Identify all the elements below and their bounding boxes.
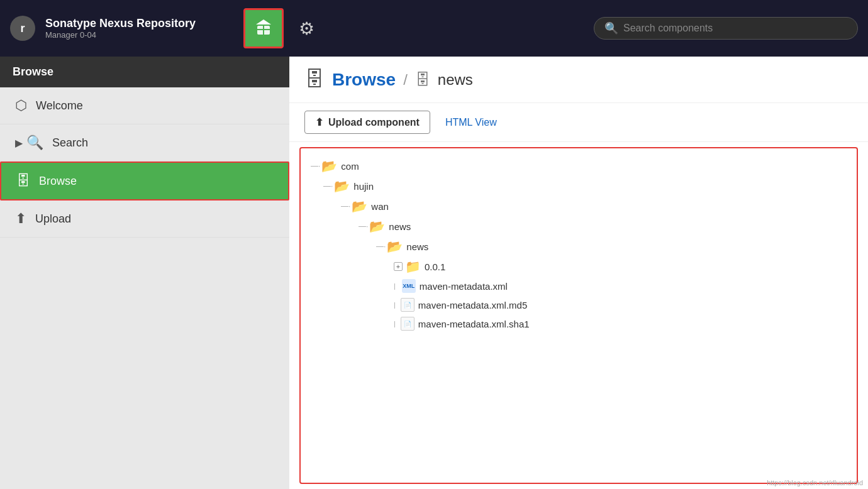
main-layout: Browse ⬡ Welcome ▶ 🔍 Search 🗄 Browse ⬆ U… bbox=[0, 57, 868, 489]
file-icon-sha1: 📄 bbox=[401, 317, 415, 331]
connector-md5: | bbox=[394, 301, 396, 309]
breadcrumb-separator: / bbox=[403, 71, 408, 89]
sidebar-item-upload[interactable]: ⬆ Upload bbox=[0, 201, 289, 238]
tree-label-maven-metadata: maven-metadata.xml bbox=[420, 281, 508, 292]
connector-news1: —· bbox=[359, 222, 368, 231]
sidebar-header: Browse bbox=[0, 57, 289, 87]
tree-node-wan[interactable]: —· 📂 wan bbox=[306, 196, 852, 216]
database-nav-icon: 🗄 bbox=[16, 173, 30, 189]
sidebar-label-browse: Browse bbox=[39, 175, 77, 188]
tree-node-news2[interactable]: —· 📂 news bbox=[306, 236, 852, 256]
breadcrumb-sub-icon: 🗄 bbox=[415, 71, 430, 89]
folder-icon-com: 📂 bbox=[321, 158, 337, 173]
search-input[interactable] bbox=[623, 23, 847, 34]
upload-nav-icon: ⬆ bbox=[15, 211, 26, 227]
sidebar-label-search: Search bbox=[52, 136, 88, 150]
tree-label-news1: news bbox=[389, 221, 411, 232]
app-subtitle: Manager 0-04 bbox=[45, 30, 196, 40]
html-view-label: HTML View bbox=[445, 117, 497, 128]
breadcrumb-sub-title: news bbox=[438, 71, 473, 89]
tree-label-v001: 0.0.1 bbox=[425, 261, 445, 272]
sidebar-label-welcome: Welcome bbox=[36, 99, 83, 113]
gear-icon: ⚙ bbox=[299, 19, 314, 38]
folder-icon-news2: 📂 bbox=[387, 239, 403, 254]
tree-node-hujin[interactable]: —· 📂 hujin bbox=[306, 176, 852, 196]
tree-node-maven-md5[interactable]: | 📄 maven-metadata.xml.md5 bbox=[306, 295, 852, 314]
tree-node-maven-metadata[interactable]: | XML maven-metadata.xml bbox=[306, 277, 852, 295]
search-nav-icon: 🔍 bbox=[26, 135, 43, 151]
folder-icon-hujin: 📂 bbox=[334, 179, 350, 194]
connector-maven: | bbox=[394, 282, 396, 290]
tree-label-maven-sha1: maven-metadata.xml.sha1 bbox=[418, 319, 530, 329]
upload-component-button[interactable]: ⬆ Upload component bbox=[304, 111, 430, 134]
upload-btn-label: Upload component bbox=[328, 117, 420, 128]
sidebar-item-search[interactable]: ▶ 🔍 Search bbox=[0, 124, 289, 162]
xml-file-icon: XML bbox=[402, 279, 416, 293]
folder-icon-news1: 📂 bbox=[369, 219, 385, 234]
connector-wan: —· bbox=[341, 202, 350, 211]
folder-icon-wan: 📂 bbox=[352, 199, 367, 214]
footer-url: https://blog.csdn.net/rlluandroid bbox=[767, 479, 863, 486]
expand-btn-v001[interactable]: + bbox=[394, 262, 403, 271]
tree-node-news1[interactable]: —· 📂 news bbox=[306, 216, 852, 236]
connector-com: —· bbox=[311, 162, 320, 170]
browse-nav-icon[interactable] bbox=[243, 8, 284, 48]
tree-label-com: com bbox=[341, 161, 359, 172]
tree-label-wan: wan bbox=[371, 201, 389, 212]
breadcrumb: 🗄 Browse / 🗄 news bbox=[289, 57, 868, 103]
settings-button[interactable]: ⚙ bbox=[294, 16, 320, 41]
file-icon-md5: 📄 bbox=[401, 298, 415, 312]
search-icon: 🔍 bbox=[604, 21, 618, 35]
sidebar-item-welcome[interactable]: ⬡ Welcome bbox=[0, 87, 289, 124]
svg-marker-1 bbox=[256, 19, 271, 25]
database-icon: 🗄 bbox=[304, 68, 325, 91]
app-title-block: Sonatype Nexus Repository Manager 0-04 bbox=[45, 17, 196, 40]
sidebar: Browse ⬡ Welcome ▶ 🔍 Search 🗄 Browse ⬆ U… bbox=[0, 57, 289, 489]
tree-label-maven-md5: maven-metadata.xml.md5 bbox=[418, 300, 527, 310]
hexagon-icon: ⬡ bbox=[15, 97, 27, 114]
toolbar: ⬆ Upload component HTML View bbox=[289, 103, 868, 142]
connector-sha1: | bbox=[394, 320, 396, 327]
sidebar-item-browse[interactable]: 🗄 Browse bbox=[0, 162, 289, 201]
topbar: r Sonatype Nexus Repository Manager 0-04… bbox=[0, 0, 868, 57]
connector-hujin: —· bbox=[323, 182, 333, 190]
tree-label-news2: news bbox=[406, 241, 428, 252]
folder-closed-icon-v001: 📁 bbox=[405, 259, 421, 274]
search-bar: 🔍 bbox=[594, 17, 858, 40]
html-view-button[interactable]: HTML View bbox=[445, 117, 497, 128]
sidebar-label-upload: Upload bbox=[35, 212, 71, 226]
tree-label-hujin: hujin bbox=[353, 181, 374, 192]
app-logo: r bbox=[10, 16, 35, 41]
tree-node-v001[interactable]: + 📁 0.0.1 bbox=[306, 256, 852, 277]
connector-news2: —· bbox=[376, 242, 386, 251]
tree-node-maven-sha1[interactable]: | 📄 maven-metadata.xml.sha1 bbox=[306, 314, 852, 333]
app-title: Sonatype Nexus Repository bbox=[45, 17, 196, 31]
content-area: 🗄 Browse / 🗄 news ⬆ Upload component HTM… bbox=[289, 57, 868, 489]
box-icon bbox=[252, 17, 275, 40]
file-tree: —· 📂 com —· 📂 hujin —· 📂 wan —· bbox=[299, 147, 858, 484]
arrow-icon: ▶ bbox=[15, 137, 23, 149]
breadcrumb-title: Browse bbox=[332, 70, 396, 90]
tree-node-com[interactable]: —· 📂 com bbox=[306, 156, 852, 176]
upload-btn-icon: ⬆ bbox=[315, 116, 323, 128]
